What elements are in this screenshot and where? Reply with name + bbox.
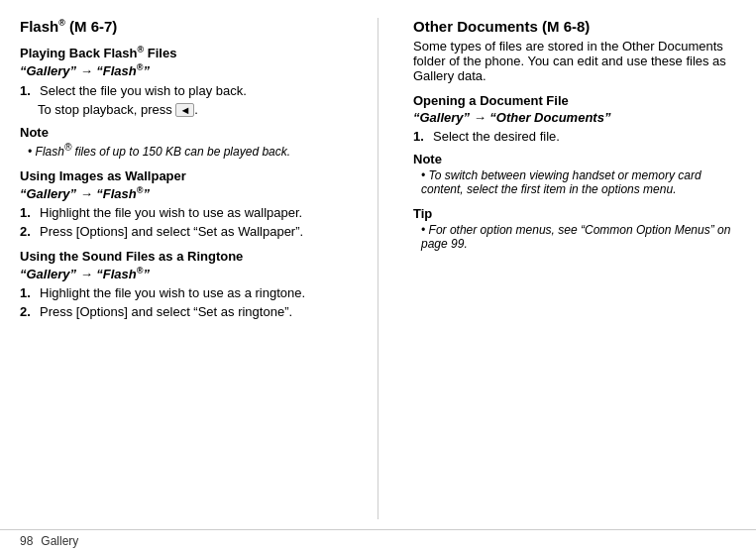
section-playing-back: Playing Back Flash® Files “Gallery” → “F… <box>20 45 343 159</box>
column-divider <box>378 18 378 519</box>
left-column: Flash® (M 6-7) Playing Back Flash® Files… <box>20 18 343 519</box>
footer-section-title: Gallery <box>41 534 78 548</box>
tip-text: • For other option menus, see “Common Op… <box>413 223 736 251</box>
right-section1-title: Opening a Document File <box>413 93 736 108</box>
section2-path: “Gallery” → “Flash®” <box>20 185 343 201</box>
page-container: Flash® (M 6-7) Playing Back Flash® Files… <box>0 0 756 552</box>
left-main-title: Flash® (M 6-7) <box>20 18 343 35</box>
section1-title: Playing Back Flash® Files <box>20 45 343 60</box>
section2-title: Using Images as Wallpaper <box>20 168 343 183</box>
section1-substep: To stop playback, press ◄. <box>20 102 343 117</box>
section3-path: “Gallery” → “Flash®” <box>20 266 343 281</box>
step-item: 1. Select the desired file. <box>413 129 736 144</box>
step-item: 1. Highlight the file you wish to use as… <box>20 285 343 300</box>
section-ringtone: Using the Sound Files as a Ringtone “Gal… <box>20 249 343 319</box>
step-item: 1. Select the file you wish to play back… <box>20 83 343 98</box>
left-title-super: ® <box>58 18 65 28</box>
right-note-text: • To switch between viewing handset or m… <box>413 168 736 196</box>
section-open-doc: Opening a Document File “Gallery” → “Oth… <box>413 93 736 196</box>
section1-note-text: • Flash® files of up to 150 KB can be pl… <box>20 142 343 159</box>
section1-note-label: Note <box>20 125 343 140</box>
tip-label: Tip <box>413 206 736 221</box>
right-section1-path: “Gallery” → “Other Documents” <box>413 110 736 125</box>
right-intro: Some types of files are stored in the Ot… <box>413 39 736 83</box>
right-note-label: Note <box>413 152 736 166</box>
right-column: Other Documents (M 6-8) Some types of fi… <box>413 18 736 519</box>
left-title-text: Flash <box>20 18 58 35</box>
step-item: 2. Press [Options] and select “Set as Wa… <box>20 224 343 239</box>
page-number: 98 <box>20 534 33 548</box>
section1-steps: 1. Select the file you wish to play back… <box>20 83 343 98</box>
step-item: 1. Highlight the file you wish to use as… <box>20 205 343 220</box>
section2-steps: 1. Highlight the file you wish to use as… <box>20 205 343 239</box>
page-footer: 98 Gallery <box>0 529 756 552</box>
content-area: Flash® (M 6-7) Playing Back Flash® Files… <box>0 0 756 529</box>
back-key: ◄ <box>175 103 194 117</box>
section3-title: Using the Sound Files as a Ringtone <box>20 249 343 264</box>
right-section1-steps: 1. Select the desired file. <box>413 129 736 144</box>
right-main-title: Other Documents (M 6-8) <box>413 18 736 35</box>
section3-steps: 1. Highlight the file you wish to use as… <box>20 285 343 319</box>
section-wallpaper: Using Images as Wallpaper “Gallery” → “F… <box>20 168 343 239</box>
step-item: 2. Press [Options] and select “Set as ri… <box>20 304 343 319</box>
section1-path: “Gallery” → “Flash®” <box>20 62 343 78</box>
tip-section: Tip • For other option menus, see “Commo… <box>413 206 736 251</box>
left-title-suffix: (M 6-7) <box>65 18 118 35</box>
